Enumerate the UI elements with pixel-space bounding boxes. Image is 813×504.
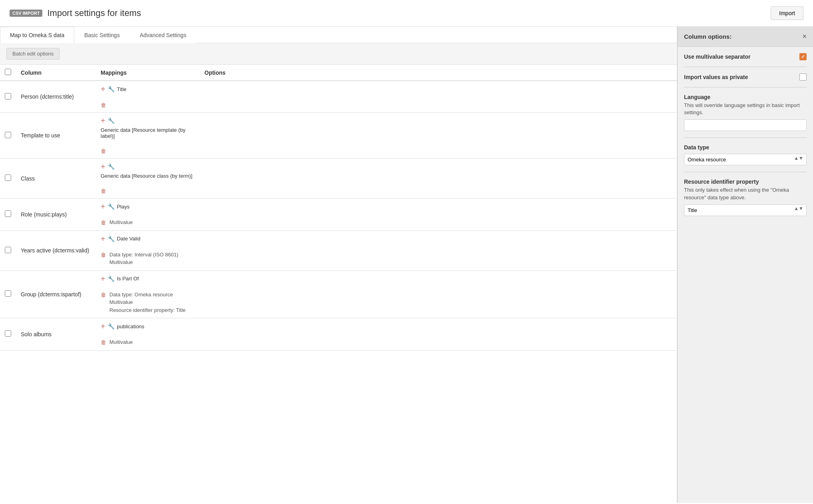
language-desc: This will override language settings in … xyxy=(684,102,807,116)
mapping-text-class: Generic data [Resource class (by term)] xyxy=(101,173,192,179)
add-mapping-icon-role[interactable]: + xyxy=(101,202,105,210)
add-mapping-icon-person[interactable]: + xyxy=(101,85,105,93)
data-type-select-wrapper: Omeka resource Literal URI ▲▼ xyxy=(684,151,807,165)
add-mapping-icon-group[interactable]: + xyxy=(101,275,105,283)
trash-icon-years[interactable]: 🗑 xyxy=(101,252,106,258)
table-row: Group (dcterms:ispartof)+🔧Is Part Of🗑Dat… xyxy=(0,270,677,318)
tab-basic[interactable]: Basic Settings xyxy=(74,27,130,43)
left-panel: Map to Omeka S data Basic Settings Advan… xyxy=(0,27,677,503)
wrench-icon-years[interactable]: 🔧 xyxy=(108,236,115,242)
row-checkbox-years[interactable] xyxy=(5,247,11,253)
resource-identifier-select[interactable]: Title ID URL xyxy=(684,204,807,216)
add-mapping-icon-class[interactable]: + xyxy=(101,163,105,171)
mapping-text-role: Plays xyxy=(117,204,130,210)
row-checkbox-person[interactable] xyxy=(5,93,11,99)
column-name-role: Role (music:plays) xyxy=(21,211,67,218)
resource-identifier-select-wrapper: Title ID URL ▲▼ xyxy=(684,201,807,216)
resource-identifier-section: Resource identifier property This only t… xyxy=(684,179,807,222)
mapping-table: Column Mappings Options Person (dcterms:… xyxy=(0,65,677,351)
import-private-label: Import values as private xyxy=(684,74,748,80)
options-text-group: Data type: Omeka resource Multivalue Res… xyxy=(109,291,186,314)
close-panel-button[interactable]: × xyxy=(802,32,807,41)
column-name-solo: Solo albums xyxy=(21,331,52,337)
import-private-row: Import values as private xyxy=(684,73,807,87)
select-all-checkbox[interactable] xyxy=(5,69,11,75)
multivalue-separator-label: Use multivalue separator xyxy=(684,54,751,60)
tabs: Map to Omeka S data Basic Settings Advan… xyxy=(0,27,677,43)
csv-badge: CSV IMPORT xyxy=(10,10,42,17)
multivalue-separator-checkbox[interactable]: ✓ xyxy=(799,53,807,60)
options-text-solo: Multivalue xyxy=(109,338,133,346)
trash-icon-solo[interactable]: 🗑 xyxy=(101,339,106,345)
wrench-icon-role[interactable]: 🔧 xyxy=(108,203,115,210)
language-label: Language xyxy=(684,94,807,100)
table-row: Class+🔧Generic data [Resource class (by … xyxy=(0,159,677,198)
row-checkbox-solo[interactable] xyxy=(5,330,11,337)
wrench-icon-solo[interactable]: 🔧 xyxy=(108,323,115,329)
add-mapping-icon-years[interactable]: + xyxy=(101,235,105,243)
trash-icon-class[interactable]: 🗑 xyxy=(101,188,106,194)
language-section: Language This will override language set… xyxy=(684,94,807,138)
panel-title: Column options: xyxy=(684,33,732,40)
data-type-section: Data type Omeka resource Literal URI ▲▼ xyxy=(684,144,807,172)
wrench-icon-class[interactable]: 🔧 xyxy=(108,163,115,170)
data-type-select[interactable]: Omeka resource Literal URI xyxy=(684,154,807,165)
mapping-text-solo: publications xyxy=(117,323,145,329)
wrench-icon-template[interactable]: 🔧 xyxy=(108,117,115,124)
batch-edit-area: Batch edit options xyxy=(0,43,677,65)
options-text-role: Multivalue xyxy=(109,218,133,226)
options-text-years: Data type: Interval (ISO 8601) Multivalu… xyxy=(109,251,178,266)
page-header: CSV IMPORT Import settings for items Imp… xyxy=(0,0,813,27)
trash-icon-person[interactable]: 🗑 xyxy=(101,102,106,108)
page-title: Import settings for items xyxy=(47,8,141,18)
row-checkbox-class[interactable] xyxy=(5,175,11,181)
column-header: Column xyxy=(16,65,96,81)
column-name-template: Template to use xyxy=(21,132,60,139)
language-input[interactable] xyxy=(684,119,807,131)
column-name-class: Class xyxy=(21,175,35,182)
panel-header: Column options: × xyxy=(678,27,813,47)
multivalue-separator-row: Use multivalue separator ✓ xyxy=(684,53,807,67)
resource-identifier-label: Resource identifier property xyxy=(684,179,807,185)
options-header: Options xyxy=(200,65,677,81)
row-checkbox-group[interactable] xyxy=(5,290,11,297)
batch-edit-button[interactable]: Batch edit options xyxy=(6,48,59,60)
wrench-icon-person[interactable]: 🔧 xyxy=(108,86,115,92)
tab-advanced[interactable]: Advanced Settings xyxy=(130,27,196,43)
mapping-text-template: Generic data [Resource template (by labe… xyxy=(101,127,195,139)
trash-icon-template[interactable]: 🗑 xyxy=(101,148,106,154)
table-row: Solo albums+🔧publications🗑Multivalue xyxy=(0,318,677,351)
main-layout: Map to Omeka S data Basic Settings Advan… xyxy=(0,27,813,503)
trash-icon-role[interactable]: 🗑 xyxy=(101,219,106,226)
table-row: Template to use+🔧Generic data [Resource … xyxy=(0,113,677,159)
add-mapping-icon-solo[interactable]: + xyxy=(101,322,105,330)
column-name-group: Group (dcterms:ispartof) xyxy=(21,291,81,298)
mapping-text-group: Is Part Of xyxy=(117,276,139,282)
table-row: Years active (dcterms:valid)+🔧Date Valid… xyxy=(0,230,677,270)
import-private-checkbox[interactable] xyxy=(799,73,807,81)
add-mapping-icon-template[interactable]: + xyxy=(101,117,105,125)
trash-icon-group[interactable]: 🗑 xyxy=(101,292,106,298)
header-left: CSV IMPORT Import settings for items xyxy=(10,8,141,18)
mappings-header: Mappings xyxy=(96,65,200,81)
table-row: Person (dcterms:title)+🔧Title🗑 xyxy=(0,81,677,113)
column-name-person: Person (dcterms:title) xyxy=(21,93,74,100)
wrench-icon-group[interactable]: 🔧 xyxy=(108,276,115,282)
resource-identifier-desc: This only takes effect when using the "O… xyxy=(684,187,807,201)
data-type-label: Data type xyxy=(684,144,807,151)
import-button[interactable]: Import xyxy=(771,6,803,20)
right-panel: Column options: × Use multivalue separat… xyxy=(677,27,813,503)
column-name-years: Years active (dcterms:valid) xyxy=(21,247,89,254)
row-checkbox-role[interactable] xyxy=(5,210,11,217)
table-row: Role (music:plays)+🔧Plays🗑Multivalue xyxy=(0,198,677,231)
tab-map[interactable]: Map to Omeka S data xyxy=(0,27,74,43)
panel-body: Use multivalue separator ✓ Import values… xyxy=(678,47,813,235)
mapping-text-years: Date Valid xyxy=(117,236,141,242)
mapping-text-person: Title xyxy=(117,86,127,92)
row-checkbox-template[interactable] xyxy=(5,132,11,138)
